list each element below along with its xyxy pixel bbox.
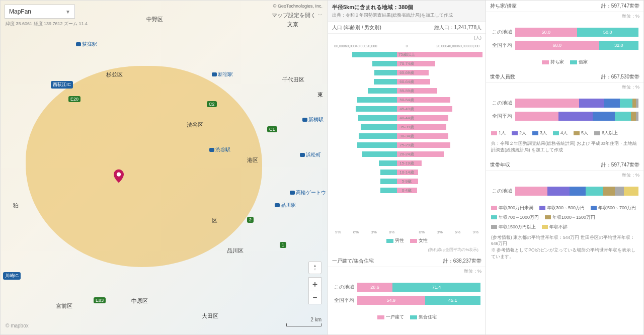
income-chart: この地域 xyxy=(486,180,643,203)
map-area-label: 品川区 xyxy=(227,247,244,255)
pyramid-row: 70-74歳 xyxy=(331,59,482,68)
population-legend: 男性 女性 xyxy=(331,235,482,246)
pyramid-row: 45-49歳 xyxy=(331,104,482,113)
housing-unit: 単位：% xyxy=(328,267,486,276)
pyramid-row: 40-44歳 xyxy=(331,113,482,122)
ownership-unit: 単位：% xyxy=(486,12,643,21)
map-area-label: 渋谷区 xyxy=(187,121,203,129)
coverage-overlay xyxy=(26,66,262,267)
col-household: 持ち家/借家 計：597,747世帯 単位：% この地域50.050.0全国平均… xyxy=(486,1,643,334)
region-source: 出典：令和２年国勢調査結果(総務省統計局)を加工して作成 xyxy=(332,12,481,19)
hhsize-header: 世帯人員数 計：657,530世帯 xyxy=(486,71,643,83)
map-area-label: 港区 xyxy=(247,156,258,164)
pyramid-row: 50-54歳 xyxy=(331,95,482,104)
pyramid-row: 65-69歳 xyxy=(331,68,482,77)
income-unit: 単位：% xyxy=(486,171,643,180)
pyramid-row: 5-9歳 xyxy=(331,177,482,186)
pyramid-row: 10-14歳 xyxy=(331,168,482,177)
population-pyramid-chart: 80,00060,00040,00020,000 0 20,00040,0006… xyxy=(328,42,486,256)
stacked-bar-row: この地域28.671.4 xyxy=(333,283,480,292)
map-road-badge: E20 xyxy=(68,96,80,102)
map-road-badge: 2 xyxy=(247,217,254,223)
zoom-out-button[interactable]: － xyxy=(309,291,321,304)
map-road-badge: E83 xyxy=(94,297,106,303)
stacked-bar-row: 全国平均54.945.1 xyxy=(333,296,480,305)
map-scale: 2 km xyxy=(286,317,321,326)
map-road-badge: C2 xyxy=(207,101,217,107)
pyramid-row: 75歳以上 xyxy=(331,50,482,59)
map-area-label: 宮前区 xyxy=(56,302,72,310)
svg-point-0 xyxy=(117,173,121,177)
population-footnote: (折れ線は全国平均の%表示) xyxy=(331,246,482,254)
hhsize-legend: 1人2人3人4人5人6人以上 xyxy=(486,128,643,138)
map-station-label: 渋谷駅 xyxy=(209,146,230,153)
map-station-label: 新宿駅 xyxy=(212,71,233,78)
location-pin-icon[interactable] xyxy=(114,169,124,183)
map-station-label: 荻窪駅 xyxy=(76,41,97,48)
map-road-badge: 1 xyxy=(280,242,286,248)
col-demographics: 半径5kmに含まれる地域：380個 出典：令和２年国勢調査結果(総務省統計局)を… xyxy=(328,1,486,334)
stacked-bar-row: 全国平均68.032.0 xyxy=(491,41,638,50)
region-title: 半径5kmに含まれる地域：380個 xyxy=(332,4,481,11)
pyramid-row: 35-39歳 xyxy=(331,122,482,131)
housing-chart: この地域28.671.4全国平均54.945.1 xyxy=(328,276,486,312)
pyramid-row: 15-19歳 xyxy=(331,158,482,168)
pyramid-row: 55-59歳 xyxy=(331,86,482,95)
app-root: MapFan ▼ 緯度 35.6061 経度 139.7612 ズーム 11.4… xyxy=(0,0,644,335)
pyramid-row: 25-29歳 xyxy=(331,140,482,149)
stacked-bar-row: この地域 xyxy=(491,99,638,108)
pyramid-row: 30-34歳 xyxy=(331,131,482,140)
housing-legend: 一戸建て 集合住宅 xyxy=(328,312,486,322)
map-station-label: 浜松町 xyxy=(300,151,321,158)
map-station-label: 品川駅 xyxy=(275,202,296,209)
zoom-in-button[interactable]: ＋ xyxy=(309,278,321,291)
population-unit: (人) xyxy=(328,34,486,42)
chevron-down-icon: ﹀ xyxy=(318,12,323,19)
pyramid-row: 0-4歳 xyxy=(331,186,482,195)
mapbox-logo: © mapbox xyxy=(6,323,29,328)
chevron-down-icon: ▼ xyxy=(65,9,70,15)
zoom-control: ＋ － xyxy=(308,277,321,304)
map-area-label: 狛 xyxy=(13,202,19,209)
ownership-chart: この地域50.050.0全国平均68.032.0 xyxy=(486,21,643,57)
ownership-header: 持ち家/借家 計：597,747世帯 xyxy=(486,1,643,12)
compass-button[interactable] xyxy=(308,261,321,274)
map-area-label: 東 xyxy=(317,91,323,99)
map-provider-label: MapFan xyxy=(9,8,31,15)
pyramid-row: 20-24歳 xyxy=(331,149,482,158)
income-legend: 年収300万円未満年収300～500万円年収500～700万円年収700～100… xyxy=(486,203,643,232)
map-road-badge: 川崎IC xyxy=(3,272,21,280)
stacked-bar-row: 全国平均 xyxy=(491,112,638,121)
region-header: 半径5kmに含まれる地域：380個 出典：令和２年国勢調査結果(総務省統計局)を… xyxy=(328,1,486,22)
pyramid-row: 60-64歳 xyxy=(331,77,482,86)
income-header: 世帯年収 計：597,747世帯 xyxy=(486,159,643,171)
stacked-bar-row: この地域 xyxy=(491,187,638,196)
map-area-label: 大田区 xyxy=(202,312,218,320)
stats-panels: 半径5kmに含まれる地域：380個 出典：令和２年国勢調査結果(総務省統計局)を… xyxy=(328,1,643,334)
map-panel[interactable]: MapFan ▼ 緯度 35.6061 経度 139.7612 ズーム 11.4… xyxy=(1,1,328,334)
map-area-label: 杉並区 xyxy=(106,71,123,78)
ownership-legend: 持ち家 借家 xyxy=(486,57,643,67)
stacked-bar-row: この地域50.050.0 xyxy=(491,28,638,37)
map-attribution: © GeoTechnologies, Inc. xyxy=(273,4,323,9)
map-area-label: 中野区 xyxy=(146,16,163,23)
map-settings-toggle[interactable]: マップ設定を開く ﹀ xyxy=(272,12,323,19)
map-provider-select[interactable]: MapFan ▼ xyxy=(5,5,75,19)
map-area-label: 千代田区 xyxy=(282,76,304,83)
hhsize-unit: 単位：% xyxy=(486,83,643,92)
hhsize-source: 典：令和２年国勢調査結果(総務省統計局) および 平成30年住宅・土地統計調査(… xyxy=(486,138,643,155)
map-road-badge: 西荻江IC xyxy=(51,81,73,89)
map-road-badge: C1 xyxy=(267,126,277,132)
map-station-label: 高輪ゲートウ xyxy=(290,189,326,196)
population-header: 人口 (年齢別 / 男女別) 総人口：1,241,778人 xyxy=(328,22,486,34)
map-station-label: 新橋駅 xyxy=(302,116,324,123)
map-area-label: 中原区 xyxy=(131,297,148,305)
hhsize-chart: この地域全国平均 xyxy=(486,92,643,128)
housing-header: 一戸建て/集合住宅 計：638,237世帯 xyxy=(328,256,486,267)
map-area-label: 文京 xyxy=(287,21,298,28)
income-ref: (参考情報) 東京都の平均世帯年収：544万円 世田谷区の平均世帯年収：646万… xyxy=(486,232,643,262)
map-coords: 緯度 35.6061 経度 139.7612 ズーム 11.4 xyxy=(6,21,88,27)
map-area-label: 区 xyxy=(212,217,217,224)
